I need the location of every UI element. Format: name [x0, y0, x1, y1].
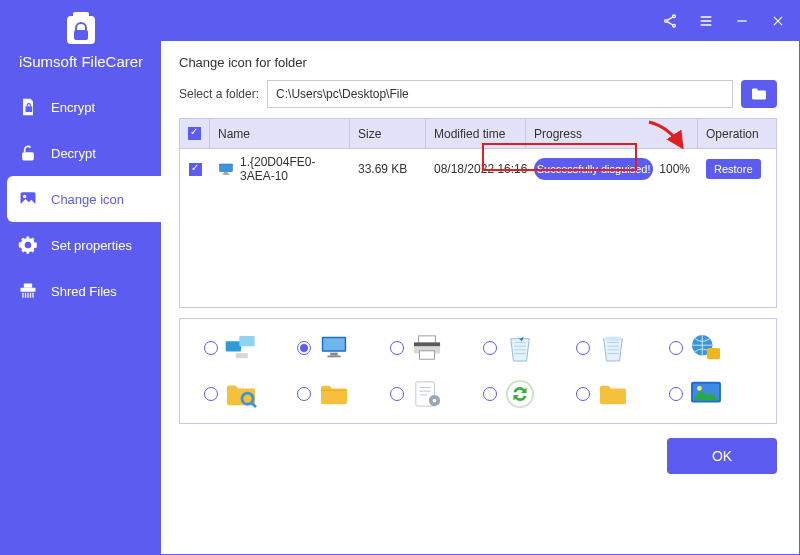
minimize-icon[interactable]	[733, 12, 751, 30]
document-gear-icon	[410, 379, 444, 409]
svg-rect-15	[223, 174, 230, 175]
svg-rect-7	[22, 152, 34, 160]
sidebar-item-shred-files[interactable]: Shred Files	[1, 268, 161, 314]
gear-icon	[17, 234, 39, 256]
ok-button[interactable]: OK	[667, 438, 777, 474]
th-name: Name	[210, 119, 350, 148]
svg-point-2	[673, 24, 676, 27]
close-icon[interactable]	[769, 12, 787, 30]
content-pane: Change icon for folder Select a folder: …	[161, 41, 799, 554]
svg-rect-4	[73, 12, 89, 18]
svg-point-9	[23, 195, 26, 198]
sidebar-item-encrypt[interactable]: Encrypt	[1, 84, 161, 130]
network-computers-icon	[224, 333, 258, 363]
svg-point-0	[673, 15, 676, 18]
pc-monitor-icon	[218, 162, 234, 176]
radio-button[interactable]	[204, 387, 218, 401]
icon-option-globe-network-icon[interactable]	[669, 333, 752, 363]
icon-option-this-pc-icon[interactable]	[297, 333, 380, 363]
restore-button[interactable]: Restore	[706, 159, 761, 179]
svg-rect-25	[414, 342, 440, 346]
icon-option-recycle-bin-empty-icon[interactable]	[576, 333, 659, 363]
svg-point-1	[665, 20, 668, 23]
recycle-bin-empty-icon	[596, 333, 630, 363]
radio-button[interactable]	[204, 341, 218, 355]
radio-button[interactable]	[390, 341, 404, 355]
svg-rect-23	[419, 336, 436, 343]
select-all-checkbox[interactable]	[188, 127, 201, 140]
page-title: Change icon for folder	[179, 55, 777, 70]
desktop-picture-icon	[689, 379, 723, 409]
icon-option-network-computers-icon[interactable]	[204, 333, 287, 363]
this-pc-icon	[317, 333, 351, 363]
sidebar-item-label: Decrypt	[51, 146, 96, 161]
svg-rect-14	[224, 172, 228, 173]
progress-pill: Successfully disguised!	[534, 158, 653, 180]
th-progress: Progress	[526, 119, 698, 148]
svg-rect-6	[26, 106, 33, 112]
th-operation: Operation	[698, 119, 776, 148]
radio-button[interactable]	[483, 341, 497, 355]
sidebar-item-label: Set properties	[51, 238, 132, 253]
radio-button[interactable]	[390, 387, 404, 401]
progress-percent: 100%	[659, 162, 690, 176]
folder-label: Select a folder:	[179, 87, 259, 101]
brand: iSumsoft FileCarer	[1, 1, 161, 84]
svg-point-37	[697, 386, 702, 391]
radio-button[interactable]	[297, 341, 311, 355]
folder-yellow-icon	[317, 379, 351, 409]
sidebar-item-decrypt[interactable]: Decrypt	[1, 130, 161, 176]
svg-rect-26	[420, 351, 435, 359]
icon-option-folder-plain-icon[interactable]	[576, 379, 659, 409]
recycle-bin-full-icon	[503, 333, 537, 363]
sidebar-item-change-icon[interactable]: Change icon	[7, 176, 161, 222]
radio-button[interactable]	[669, 387, 683, 401]
printer-icon	[410, 333, 444, 363]
sidebar-item-label: Change icon	[51, 192, 124, 207]
icon-option-folder-search-icon[interactable]	[204, 379, 287, 409]
svg-rect-21	[330, 353, 337, 356]
sidebar-item-set-properties[interactable]: Set properties	[1, 222, 161, 268]
browse-folder-button[interactable]	[741, 80, 777, 108]
svg-rect-20	[323, 338, 344, 350]
icon-option-printer-icon[interactable]	[390, 333, 473, 363]
brand-logo-icon	[64, 9, 98, 49]
radio-button[interactable]	[297, 387, 311, 401]
th-modified: Modified time	[426, 119, 526, 148]
svg-rect-18	[236, 353, 248, 358]
sidebar-item-label: Shred Files	[51, 284, 117, 299]
row-checkbox[interactable]	[189, 163, 202, 176]
share-icon[interactable]	[661, 12, 679, 30]
icon-option-desktop-picture-icon[interactable]	[669, 379, 752, 409]
svg-point-33	[433, 399, 437, 403]
radio-button[interactable]	[483, 387, 497, 401]
folder-search-icon	[224, 379, 258, 409]
globe-network-icon	[689, 333, 723, 363]
row-name: 1.{20D04FE0-3AEA-10	[240, 155, 342, 183]
svg-rect-11	[24, 284, 32, 288]
lock-file-icon	[17, 96, 39, 118]
shredder-icon	[17, 280, 39, 302]
svg-rect-17	[239, 336, 254, 346]
table-row: 1.{20D04FE0-3AEA-10 33.69 KB 08/18/2022 …	[180, 149, 776, 189]
menu-icon[interactable]	[697, 12, 715, 30]
radio-button[interactable]	[576, 341, 590, 355]
svg-rect-16	[226, 341, 241, 351]
icon-option-sync-circle-icon[interactable]	[483, 379, 566, 409]
unlock-icon	[17, 142, 39, 164]
svg-point-34	[507, 381, 533, 407]
th-size: Size	[350, 119, 426, 148]
brand-name: iSumsoft FileCarer	[19, 49, 143, 70]
radio-button[interactable]	[669, 341, 683, 355]
icon-option-recycle-bin-full-icon[interactable]	[483, 333, 566, 363]
folder-plain-icon	[596, 379, 630, 409]
icon-option-folder-yellow-icon[interactable]	[297, 379, 380, 409]
svg-rect-29	[707, 348, 720, 359]
radio-button[interactable]	[576, 387, 590, 401]
folder-path-input[interactable]	[267, 80, 733, 108]
svg-rect-5	[74, 30, 88, 40]
svg-rect-22	[327, 355, 340, 357]
icon-option-document-gear-icon[interactable]	[390, 379, 473, 409]
file-table: Name Size Modified time Progress Operati…	[179, 118, 777, 308]
row-size: 33.69 KB	[350, 162, 426, 176]
